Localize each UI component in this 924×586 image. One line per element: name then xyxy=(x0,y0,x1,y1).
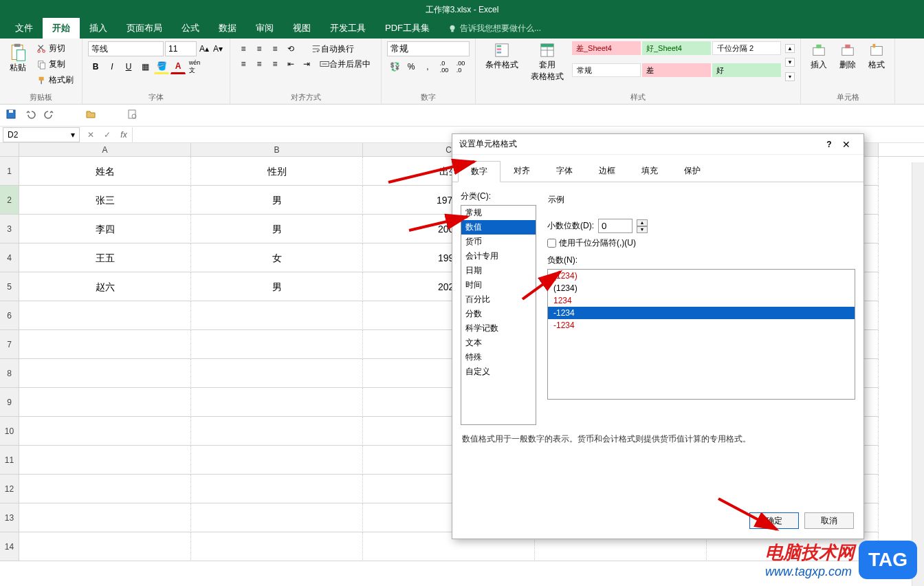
cell-A5[interactable]: 赵六 xyxy=(19,272,191,301)
category-item-4[interactable]: 日期 xyxy=(461,263,536,278)
category-item-1[interactable]: 数值 xyxy=(461,220,536,235)
tab-pdf[interactable]: PDF工具集 xyxy=(375,18,439,39)
cell-B12[interactable] xyxy=(191,475,363,503)
category-item-9[interactable]: 文本 xyxy=(461,336,536,350)
cancel-formula-icon[interactable]: ✕ xyxy=(82,127,99,142)
row-header-11[interactable]: 11 xyxy=(0,446,19,475)
decrease-font-icon[interactable]: A▾ xyxy=(212,43,224,55)
format-painter-button[interactable]: 格式刷 xyxy=(34,73,76,87)
align-top-icon[interactable]: ≡ xyxy=(236,41,251,56)
indent-increase-icon[interactable]: ⇥ xyxy=(299,56,314,72)
category-item-2[interactable]: 货币 xyxy=(461,235,536,249)
tab-file[interactable]: 文件 xyxy=(6,18,43,39)
close-icon[interactable]: ✕ xyxy=(836,139,857,150)
cell-B7[interactable] xyxy=(191,330,363,359)
cancel-button[interactable]: 取消 xyxy=(804,512,854,529)
row-header-4[interactable]: 4 xyxy=(0,243,19,272)
style-bad-sheet4[interactable]: 差_Sheet4 xyxy=(572,41,641,55)
cell-B9[interactable] xyxy=(191,388,363,417)
dialog-tab-fill[interactable]: 填充 xyxy=(628,160,671,182)
bold-button[interactable]: B xyxy=(88,59,103,74)
print-preview-icon[interactable] xyxy=(126,109,138,122)
tab-developer[interactable]: 开发工具 xyxy=(320,18,375,39)
open-icon[interactable] xyxy=(85,109,96,122)
cell-A10[interactable] xyxy=(19,417,191,446)
cell-B8[interactable] xyxy=(191,359,363,388)
cut-button[interactable]: 剪切 xyxy=(34,41,76,56)
cell-A13[interactable] xyxy=(19,503,191,532)
cell-A12[interactable] xyxy=(19,475,191,503)
currency-icon[interactable]: 💱 xyxy=(387,59,402,74)
cell-B1[interactable]: 性别 xyxy=(191,157,363,186)
style-thousands[interactable]: 千位分隔 2 xyxy=(712,41,781,55)
increase-decimal-icon[interactable]: .0.00 xyxy=(437,59,452,74)
cell-A2[interactable]: 张三 xyxy=(19,186,191,215)
paste-button[interactable]: 粘贴 xyxy=(6,41,30,87)
row-header-9[interactable]: 9 xyxy=(0,388,19,417)
fx-icon[interactable]: fx xyxy=(116,127,132,142)
row-header-14[interactable]: 14 xyxy=(0,532,19,561)
category-item-10[interactable]: 特殊 xyxy=(461,350,536,365)
phonetic-button[interactable]: wén文 xyxy=(187,59,202,74)
cell-B6[interactable] xyxy=(191,301,363,330)
decimal-down-icon[interactable]: ▼ xyxy=(637,226,648,233)
tab-page-layout[interactable]: 页面布局 xyxy=(117,18,172,39)
tab-data[interactable]: 数据 xyxy=(209,18,246,39)
category-item-5[interactable]: 时间 xyxy=(461,278,536,292)
comma-icon[interactable]: , xyxy=(420,59,435,74)
row-header-10[interactable]: 10 xyxy=(0,417,19,446)
percent-icon[interactable]: % xyxy=(404,59,419,74)
copy-button[interactable]: 复制 xyxy=(34,57,76,72)
dialog-tab-number[interactable]: 数字 xyxy=(458,161,500,182)
decimal-places-input[interactable] xyxy=(598,219,632,233)
category-item-11[interactable]: 自定义 xyxy=(461,365,536,379)
indent-decrease-icon[interactable]: ⇤ xyxy=(283,56,298,72)
style-good[interactable]: 好 xyxy=(712,63,781,77)
style-bad[interactable]: 差 xyxy=(642,63,711,77)
row-header-13[interactable]: 13 xyxy=(0,503,19,532)
cell-B2[interactable]: 男 xyxy=(191,186,363,215)
decimal-up-icon[interactable]: ▲ xyxy=(637,219,648,226)
cell-A11[interactable] xyxy=(19,446,191,475)
tell-me-search[interactable]: 告诉我您想要做什么... xyxy=(439,19,549,39)
redo-icon[interactable] xyxy=(44,109,55,122)
tab-home[interactable]: 开始 xyxy=(43,18,80,39)
fill-color-button[interactable]: 🪣 xyxy=(154,59,169,74)
underline-button[interactable]: U xyxy=(121,59,136,74)
delete-cells-button[interactable]: 删除 xyxy=(835,41,860,72)
cell-A6[interactable] xyxy=(19,301,191,330)
dialog-tab-border[interactable]: 边框 xyxy=(586,160,628,182)
category-item-8[interactable]: 科学记数 xyxy=(461,321,536,336)
tab-formulas[interactable]: 公式 xyxy=(172,18,209,39)
font-color-button[interactable]: A xyxy=(170,59,186,74)
chevron-down-icon[interactable]: ▾ xyxy=(71,130,75,140)
style-nav-more[interactable]: ▾ xyxy=(785,72,795,81)
category-item-7[interactable]: 分数 xyxy=(461,307,536,321)
cell-A14[interactable] xyxy=(19,532,191,561)
cell-A3[interactable]: 李四 xyxy=(19,215,191,243)
row-header-12[interactable]: 12 xyxy=(0,475,19,503)
negative-option-3[interactable]: -1234 xyxy=(548,307,855,319)
thousands-separator-checkbox[interactable] xyxy=(547,239,556,248)
border-button[interactable]: ▦ xyxy=(138,59,153,74)
cell-B13[interactable] xyxy=(191,503,363,532)
row-header-5[interactable]: 5 xyxy=(0,272,19,301)
category-list[interactable]: 常规数值货币会计专用日期时间百分比分数科学记数文本特殊自定义 xyxy=(461,205,536,425)
tab-insert[interactable]: 插入 xyxy=(80,18,117,39)
format-cells-button[interactable]: 格式 xyxy=(864,41,889,72)
dialog-tab-font[interactable]: 字体 xyxy=(543,160,586,182)
align-bottom-icon[interactable]: ≡ xyxy=(267,41,283,56)
dialog-tab-protection[interactable]: 保护 xyxy=(671,160,714,182)
negative-option-4[interactable]: -1234 xyxy=(548,319,855,332)
row-header-7[interactable]: 7 xyxy=(0,330,19,359)
dialog-help-icon[interactable]: ? xyxy=(822,140,836,149)
wrap-text-button[interactable]: 自动换行 xyxy=(307,41,359,56)
number-format-select[interactable] xyxy=(387,41,470,56)
cell-B4[interactable]: 女 xyxy=(191,243,363,272)
tab-view[interactable]: 视图 xyxy=(283,18,320,39)
col-header-a[interactable]: A xyxy=(19,143,191,156)
negative-option-2[interactable]: 1234 xyxy=(548,294,855,307)
cell-A4[interactable]: 王五 xyxy=(19,243,191,272)
align-right-icon[interactable]: ≡ xyxy=(267,56,283,72)
dialog-tab-alignment[interactable]: 对齐 xyxy=(500,160,543,182)
